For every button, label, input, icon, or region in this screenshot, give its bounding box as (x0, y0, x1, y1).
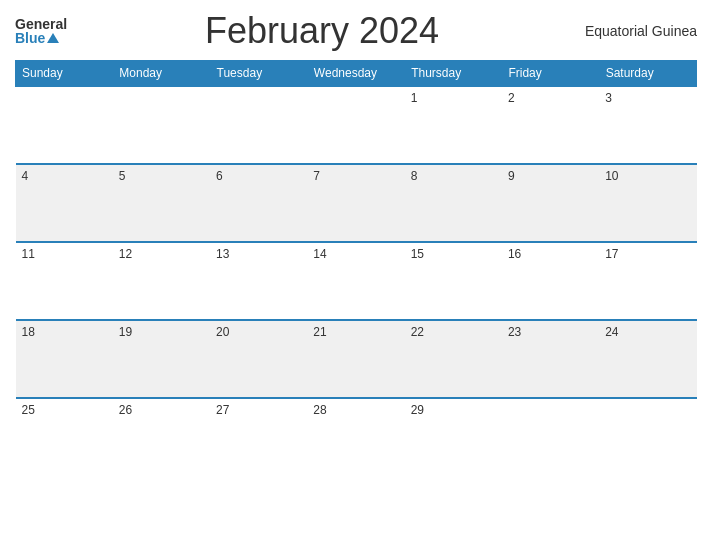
day-cell-w5d7 (599, 398, 696, 476)
day-number-17: 17 (605, 247, 618, 261)
header-thursday: Thursday (405, 61, 502, 87)
day-number-10: 10 (605, 169, 618, 183)
day-cell-w3d2: 12 (113, 242, 210, 320)
day-number-15: 15 (411, 247, 424, 261)
day-number-24: 24 (605, 325, 618, 339)
day-cell-w4d3: 20 (210, 320, 307, 398)
day-number-19: 19 (119, 325, 132, 339)
week-row-4: 18192021222324 (16, 320, 697, 398)
week-row-1: 123 (16, 86, 697, 164)
logo-triangle-icon (47, 33, 59, 43)
logo-blue-text: Blue (15, 31, 45, 45)
day-cell-w2d6: 9 (502, 164, 599, 242)
day-cell-w3d7: 17 (599, 242, 696, 320)
day-cell-w3d5: 15 (405, 242, 502, 320)
day-cell-w1d5: 1 (405, 86, 502, 164)
day-number-4: 4 (22, 169, 29, 183)
day-cell-w3d6: 16 (502, 242, 599, 320)
day-cell-w2d5: 8 (405, 164, 502, 242)
day-number-26: 26 (119, 403, 132, 417)
header-tuesday: Tuesday (210, 61, 307, 87)
day-number-2: 2 (508, 91, 515, 105)
day-number-9: 9 (508, 169, 515, 183)
day-number-16: 16 (508, 247, 521, 261)
day-number-27: 27 (216, 403, 229, 417)
month-title: February 2024 (67, 10, 577, 52)
day-cell-w4d1: 18 (16, 320, 113, 398)
day-number-29: 29 (411, 403, 424, 417)
day-cell-w1d4 (307, 86, 404, 164)
day-number-13: 13 (216, 247, 229, 261)
day-cell-w1d2 (113, 86, 210, 164)
day-number-6: 6 (216, 169, 223, 183)
week-row-5: 2526272829 (16, 398, 697, 476)
header-saturday: Saturday (599, 61, 696, 87)
calendar-header: General Blue February 2024 Equatorial Gu… (15, 10, 697, 52)
day-number-25: 25 (22, 403, 35, 417)
weekday-header-row: Sunday Monday Tuesday Wednesday Thursday… (16, 61, 697, 87)
calendar-container: General Blue February 2024 Equatorial Gu… (0, 0, 712, 550)
day-cell-w4d7: 24 (599, 320, 696, 398)
day-cell-w5d5: 29 (405, 398, 502, 476)
day-cell-w5d1: 25 (16, 398, 113, 476)
week-row-2: 45678910 (16, 164, 697, 242)
day-number-22: 22 (411, 325, 424, 339)
day-cell-w3d3: 13 (210, 242, 307, 320)
day-number-28: 28 (313, 403, 326, 417)
day-cell-w1d3 (210, 86, 307, 164)
day-cell-w5d4: 28 (307, 398, 404, 476)
day-number-7: 7 (313, 169, 320, 183)
day-number-11: 11 (22, 247, 35, 261)
day-number-23: 23 (508, 325, 521, 339)
day-number-20: 20 (216, 325, 229, 339)
day-cell-w1d6: 2 (502, 86, 599, 164)
header-monday: Monday (113, 61, 210, 87)
day-cell-w2d4: 7 (307, 164, 404, 242)
day-number-3: 3 (605, 91, 612, 105)
day-cell-w5d2: 26 (113, 398, 210, 476)
day-cell-w2d1: 4 (16, 164, 113, 242)
day-number-18: 18 (22, 325, 35, 339)
day-cell-w3d4: 14 (307, 242, 404, 320)
calendar-grid: Sunday Monday Tuesday Wednesday Thursday… (15, 60, 697, 476)
day-number-1: 1 (411, 91, 418, 105)
header-friday: Friday (502, 61, 599, 87)
logo-general-text: General (15, 17, 67, 31)
day-cell-w4d6: 23 (502, 320, 599, 398)
day-cell-w1d7: 3 (599, 86, 696, 164)
day-number-14: 14 (313, 247, 326, 261)
day-number-21: 21 (313, 325, 326, 339)
day-cell-w4d2: 19 (113, 320, 210, 398)
header-sunday: Sunday (16, 61, 113, 87)
day-cell-w2d7: 10 (599, 164, 696, 242)
day-number-8: 8 (411, 169, 418, 183)
week-row-3: 11121314151617 (16, 242, 697, 320)
country-name: Equatorial Guinea (577, 23, 697, 39)
day-cell-w4d4: 21 (307, 320, 404, 398)
day-cell-w5d3: 27 (210, 398, 307, 476)
day-number-12: 12 (119, 247, 132, 261)
logo: General Blue (15, 17, 67, 45)
day-cell-w2d3: 6 (210, 164, 307, 242)
day-cell-w4d5: 22 (405, 320, 502, 398)
day-cell-w5d6 (502, 398, 599, 476)
day-cell-w3d1: 11 (16, 242, 113, 320)
header-wednesday: Wednesday (307, 61, 404, 87)
day-cell-w1d1 (16, 86, 113, 164)
day-number-5: 5 (119, 169, 126, 183)
day-cell-w2d2: 5 (113, 164, 210, 242)
